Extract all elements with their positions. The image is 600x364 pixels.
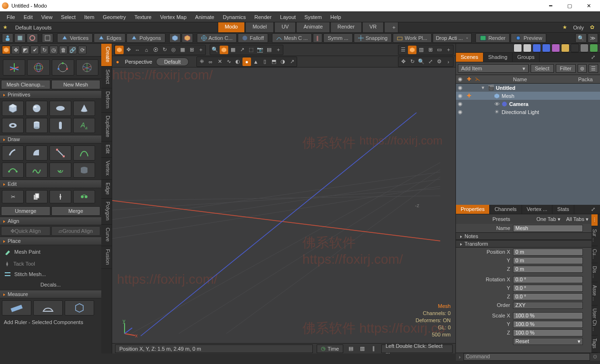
edit-copy-icon[interactable] (26, 190, 48, 203)
vp-list-icon[interactable]: ☰ (399, 46, 407, 54)
preview-button[interactable]: Preview (511, 33, 546, 43)
draw-curve-icon[interactable] (2, 163, 24, 178)
prim-cylinder-icon[interactable] (26, 118, 48, 133)
draw-pen-icon[interactable] (2, 145, 24, 161)
vp-rec-icon[interactable]: ⦿ (151, 46, 160, 54)
swatch-blue[interactable] (532, 44, 541, 52)
mesh-paint-item[interactable]: Mesh Paint (0, 245, 101, 259)
footer-ic2[interactable]: ▥ (358, 345, 366, 353)
align-header[interactable]: Align (0, 217, 101, 225)
cube-items-icon[interactable] (169, 33, 181, 43)
viewname-dropdown[interactable]: Perspective (122, 58, 155, 66)
order-dropdown[interactable]: ZXY (513, 302, 583, 309)
drop-action-dropdown[interactable]: Drop Acti ... (433, 33, 472, 43)
tree-row-mesh[interactable]: ◉✚ Mesh (456, 92, 600, 100)
menu-vertexmap[interactable]: Vertex Map (156, 13, 191, 21)
layout-tab-render[interactable]: Render (330, 22, 362, 33)
tab-channels[interactable]: Channels (490, 205, 522, 214)
swatch-green[interactable] (590, 44, 598, 52)
symmetry-button[interactable]: Symm ... (323, 33, 352, 43)
star-only-icon[interactable]: ★ (560, 22, 570, 33)
cube-surface-icon[interactable] (182, 33, 193, 43)
merge-button[interactable]: Merge (51, 206, 101, 216)
tree-row-untitled[interactable]: ◉ ▾ 🎬 Untitled (456, 84, 600, 92)
menu-texture[interactable]: Texture (131, 13, 155, 21)
tab-vertex[interactable]: Vertex ... (522, 205, 552, 214)
edit-cut-icon[interactable]: ✂ (2, 190, 24, 203)
all-tabs-dropdown[interactable]: All Tabs ▾ (563, 216, 591, 222)
vp-shade-icon[interactable] (220, 46, 228, 54)
menu-help[interactable]: Help (327, 13, 345, 21)
menu-select[interactable]: Select (57, 13, 79, 21)
rotate-gizmo-icon[interactable] (27, 59, 49, 76)
vp-loop-icon[interactable]: ↻ (160, 46, 169, 54)
viewport-3d[interactable]: -z Mesh Channels: 0 Deformers: ON GL: 0 … (112, 67, 455, 343)
footer-ic3[interactable]: ∥ (370, 345, 377, 353)
footer-ic1[interactable]: ▤ (347, 345, 355, 353)
primitives-header[interactable]: Primitives (0, 90, 101, 99)
prim-cone-icon[interactable] (73, 101, 95, 116)
swatch-gold[interactable] (561, 44, 570, 52)
nav-gear-icon[interactable]: ⚙ (435, 57, 444, 66)
menu-system[interactable]: System (300, 13, 326, 21)
time-button[interactable]: ◷Time (317, 345, 343, 353)
add-item-dropdown[interactable]: Add Item▾ (458, 64, 529, 73)
edit-weld-icon[interactable] (49, 190, 71, 203)
draw-spiral-icon[interactable] (49, 163, 71, 178)
menu-view[interactable]: View (38, 13, 57, 21)
vp-grid2-icon[interactable]: ▤ (265, 46, 273, 54)
component-polygons-button[interactable]: Polygons (126, 33, 165, 43)
col-packa[interactable]: Packa (578, 77, 600, 82)
only-label[interactable]: Only (573, 25, 584, 30)
nav-zoom-icon[interactable]: 🔍 (417, 57, 426, 66)
component-edges-button[interactable]: Edges (94, 33, 126, 43)
mode-items-icon[interactable] (2, 46, 10, 54)
tab-properties[interactable]: Properties (456, 205, 490, 214)
menu-dynamics[interactable]: Dynamics (219, 13, 250, 21)
tab-groups[interactable]: Groups (513, 53, 540, 62)
tool-record-icon[interactable] (27, 33, 38, 43)
vp-plus-icon[interactable]: ＋ (196, 46, 205, 54)
disp-11-icon[interactable]: ↗ (288, 57, 296, 66)
vp-plus3-icon[interactable]: ＋ (444, 46, 453, 54)
edit-header[interactable]: Edit (0, 180, 101, 188)
nav-fit-icon[interactable]: ⤢ (426, 57, 435, 66)
vp-ratio-icon[interactable]: ▭ (435, 46, 444, 54)
new-mesh-button[interactable]: New Mesh (51, 80, 101, 89)
disp-4-icon[interactable]: ∿ (224, 57, 233, 66)
layout-label[interactable]: Default Layouts (10, 25, 56, 30)
one-tab-dropdown[interactable]: One Tab ▾ (533, 216, 563, 222)
mode-rotate-icon[interactable]: ↻ (40, 46, 48, 54)
viewstyle-dropdown[interactable]: Default (156, 57, 189, 66)
minimize-button[interactable]: ━ (541, 0, 560, 11)
disp-2-icon[interactable]: ∞ (206, 57, 215, 66)
roty-field[interactable]: 0.0 ° (513, 285, 583, 292)
draw-vert-icon[interactable] (49, 145, 71, 161)
rsidetab-sur[interactable]: Sur ... (591, 226, 598, 246)
sclz-field[interactable]: 100.0 % (513, 329, 583, 336)
rsidetab-tags[interactable]: Tags (591, 335, 598, 353)
prim-sphere-icon[interactable] (26, 101, 48, 116)
tack-tool-item[interactable]: Tack Tool (0, 259, 101, 269)
prim-tube-icon[interactable] (49, 118, 71, 133)
vp-b-icon[interactable]: ▦ (178, 46, 187, 54)
sidetab-polygon[interactable]: Polygon (101, 199, 112, 225)
sidetab-vertex[interactable]: Vertex (101, 158, 112, 180)
place-header[interactable]: Place (0, 237, 101, 245)
filter-target-icon[interactable]: ⊚ (578, 64, 587, 73)
vp-move-icon[interactable]: ✥ (124, 46, 133, 54)
measure-box-icon[interactable] (65, 300, 94, 316)
props-expand-icon[interactable]: ⤢ (586, 205, 600, 214)
scale-gizmo-icon[interactable] (52, 59, 74, 76)
layout-tab-add[interactable]: ＋ (384, 22, 398, 33)
layout-tab-uv[interactable]: UV (274, 22, 296, 33)
sidetab-select[interactable]: Select (101, 67, 112, 88)
col-name[interactable]: Name (482, 77, 578, 82)
tool-book-icon[interactable] (14, 33, 26, 43)
swatch-grey[interactable] (513, 44, 522, 52)
vp-arrow-icon[interactable]: ↗ (238, 46, 246, 54)
sidetab-deform[interactable]: Deform (101, 88, 112, 113)
sclx-field[interactable]: 100.0 % (513, 312, 583, 319)
layout-tab-animate[interactable]: Animate (296, 22, 329, 33)
close-button[interactable]: ✕ (579, 0, 598, 11)
